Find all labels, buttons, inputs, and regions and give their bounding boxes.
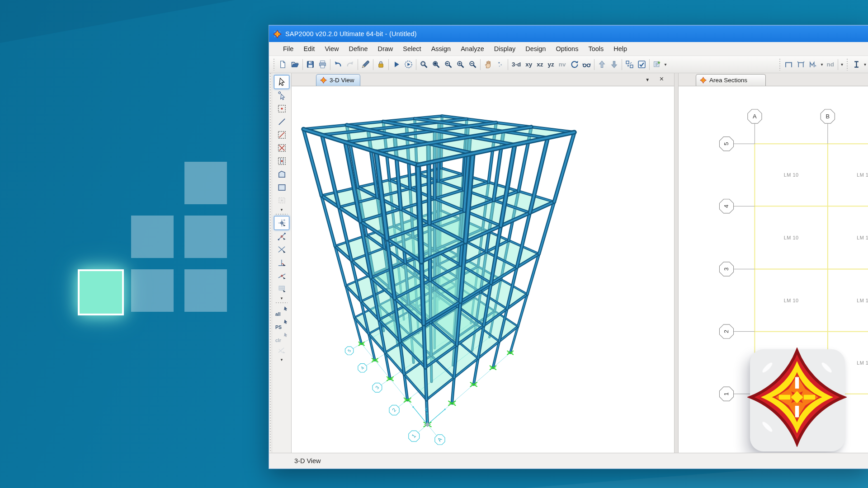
- menu-help[interactable]: Help: [609, 42, 632, 56]
- restore-full-view-button[interactable]: [430, 58, 442, 71]
- dropdown-arrow-icon[interactable]: ▾: [281, 296, 283, 301]
- menu-analyze[interactable]: Analyze: [456, 42, 489, 56]
- display-options-button[interactable]: [580, 58, 593, 71]
- snap-to-lines-button[interactable]: [274, 269, 289, 282]
- check-model-button[interactable]: [636, 58, 648, 71]
- draw-poly-area-button[interactable]: [274, 168, 289, 181]
- menu-assign[interactable]: Assign: [426, 42, 456, 56]
- frame-pi-button[interactable]: [783, 58, 795, 71]
- assign-display-icon: [652, 60, 662, 69]
- reshape-object-icon: [277, 90, 287, 101]
- main-toolbar: 3-dxyxzyznv▾▾nd▾▾: [269, 56, 868, 73]
- snap-to-grid-button[interactable]: [274, 282, 289, 296]
- menu-display[interactable]: Display: [489, 42, 521, 56]
- draw-special-joint-button[interactable]: [274, 102, 289, 115]
- dropdown-arrow-icon[interactable]: ▾: [840, 62, 844, 67]
- frame-nd-button[interactable]: nd: [824, 58, 836, 71]
- draw-poly-area-icon: [277, 169, 287, 179]
- title-bar[interactable]: SAP2000 v20.2.0 Ultimate 64-bit - (Untit…: [269, 25, 868, 42]
- decorative-square: [131, 269, 174, 312]
- ibeam-button[interactable]: [850, 58, 863, 71]
- snap-to-perpendicular-button[interactable]: [274, 256, 289, 269]
- draw-frame-button[interactable]: [274, 115, 289, 128]
- snap-to-joints-button[interactable]: [274, 216, 289, 230]
- new-file-button[interactable]: [277, 58, 289, 71]
- dropdown-arrow-icon[interactable]: ▾: [281, 357, 283, 362]
- menu-select[interactable]: Select: [398, 42, 426, 56]
- dropdown-arrow-icon[interactable]: ▾: [663, 62, 668, 67]
- quick-draw-area-button[interactable]: [274, 194, 289, 207]
- run-animation-button[interactable]: [402, 58, 415, 71]
- select-all-button[interactable]: all: [274, 305, 289, 318]
- lock-model-button[interactable]: [375, 58, 387, 71]
- tab-close-icon[interactable]: ×: [656, 75, 668, 83]
- view-xz-button[interactable]: xz: [534, 58, 545, 71]
- shrink-toggle-button[interactable]: [623, 58, 636, 71]
- plan-column-bubble: B: [821, 109, 835, 123]
- dropdown-arrow-icon[interactable]: ▾: [863, 62, 868, 67]
- menu-define[interactable]: Define: [344, 42, 373, 56]
- panel-splitter[interactable]: [674, 73, 679, 453]
- undo-button[interactable]: [332, 58, 344, 71]
- area-section-cell-label: LM 10: [857, 172, 868, 178]
- toolbar-grip[interactable]: [269, 73, 272, 453]
- print-button[interactable]: [316, 58, 329, 71]
- open-file-button[interactable]: [289, 58, 301, 71]
- quick-draw-frame-button[interactable]: [274, 128, 289, 141]
- menu-view[interactable]: View: [320, 42, 344, 56]
- deselect-button[interactable]: [274, 344, 289, 357]
- previous-selection-button[interactable]: PS: [274, 318, 289, 331]
- area-sections-tabstrip: Area Sections: [679, 73, 868, 86]
- frame-m-button[interactable]: [807, 58, 819, 71]
- view-nv-button[interactable]: nv: [557, 58, 568, 71]
- rubber-band-zoom-button[interactable]: [418, 58, 430, 71]
- tab-3d-view[interactable]: 3-D View: [316, 74, 360, 86]
- run-analysis-button[interactable]: [390, 58, 402, 71]
- menu-options[interactable]: Options: [551, 42, 583, 56]
- svg-text:3: 3: [723, 267, 730, 271]
- quick-draw-secondary-beams-button[interactable]: [274, 155, 289, 168]
- assign-display-button[interactable]: [651, 58, 663, 71]
- object-shrink-button[interactable]: [494, 58, 506, 71]
- select-pointer-button[interactable]: [274, 75, 289, 89]
- zoom-in-button[interactable]: [454, 58, 467, 71]
- draw-rectangular-area-button[interactable]: [274, 181, 289, 194]
- menu-design[interactable]: Design: [520, 42, 551, 56]
- view-yz-button[interactable]: yz: [546, 58, 557, 71]
- pan-button[interactable]: [482, 58, 494, 71]
- snap-to-midpoints-button[interactable]: [274, 230, 289, 243]
- clear-selection-button[interactable]: clr: [274, 331, 289, 344]
- rotate-view-button[interactable]: [568, 58, 580, 71]
- frame-pi-brace-button[interactable]: [795, 58, 807, 71]
- reshape-object-button[interactable]: [274, 89, 289, 102]
- menu-draw[interactable]: Draw: [373, 42, 398, 56]
- draw-pencil-button[interactable]: [359, 58, 372, 71]
- area-section-cell-label: LM 10: [784, 298, 799, 303]
- snap-to-lines-icon: [277, 271, 287, 281]
- view-xy-button[interactable]: xy: [523, 58, 534, 71]
- check-model-icon: [637, 60, 646, 69]
- quick-draw-braces-button[interactable]: [274, 141, 289, 155]
- save-button[interactable]: [304, 58, 316, 71]
- menu-file[interactable]: File: [278, 42, 298, 56]
- menu-tools[interactable]: Tools: [583, 42, 609, 56]
- clear-selection-label: clr: [275, 338, 281, 343]
- snap-to-intersections-button[interactable]: [274, 243, 289, 256]
- tab-area-sections[interactable]: Area Sections: [696, 74, 766, 86]
- zoom-out-button[interactable]: [467, 58, 479, 71]
- move-up-plane-button[interactable]: [596, 58, 608, 71]
- tab-collapse-icon[interactable]: ▼: [642, 77, 654, 82]
- app-icon: [273, 30, 282, 38]
- structural-model-viewport[interactable]: 12345AZ: [292, 86, 674, 453]
- area-section-cell-label: LM 10: [857, 235, 868, 240]
- dropdown-arrow-icon[interactable]: ▾: [281, 207, 283, 212]
- menu-edit[interactable]: Edit: [298, 42, 320, 56]
- redo-button[interactable]: [344, 58, 356, 71]
- view-3d-button[interactable]: 3-d: [509, 58, 523, 71]
- quick-draw-secondary-beams-icon: [277, 156, 287, 166]
- move-down-plane-button[interactable]: [608, 58, 620, 71]
- dropdown-arrow-icon[interactable]: ▾: [819, 62, 824, 67]
- previous-selection-label: PS: [275, 324, 282, 330]
- building-frame-model[interactable]: [303, 116, 574, 425]
- previous-zoom-button[interactable]: [442, 58, 454, 71]
